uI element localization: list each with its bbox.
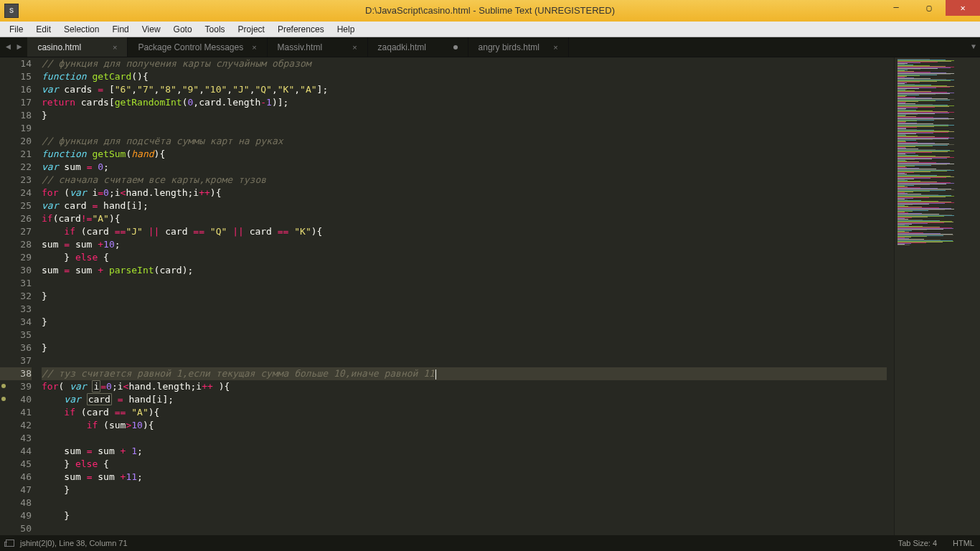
- status-tab-size[interactable]: Tab Size: 4: [898, 535, 937, 551]
- line-number[interactable]: 43: [0, 432, 32, 445]
- code-line[interactable]: [42, 354, 887, 367]
- code-line[interactable]: } else {: [42, 251, 887, 264]
- line-number[interactable]: 17: [0, 96, 32, 109]
- line-number[interactable]: 50: [0, 522, 32, 535]
- menu-view[interactable]: View: [136, 23, 167, 36]
- line-number[interactable]: 20: [0, 135, 32, 148]
- menu-selection[interactable]: Selection: [57, 23, 105, 36]
- menu-help[interactable]: Help: [331, 23, 362, 36]
- code-line[interactable]: sum = sum +11;: [42, 471, 887, 484]
- line-number[interactable]: 45: [0, 458, 32, 471]
- code-line[interactable]: }: [42, 290, 887, 303]
- code-line[interactable]: [42, 277, 887, 290]
- code-line[interactable]: [42, 329, 887, 342]
- tab-overflow-icon[interactable]: ▼: [971, 37, 976, 57]
- tab-dirty-icon[interactable]: [453, 45, 458, 50]
- code-line[interactable]: // сначала считаем все карты,кроме тузов: [42, 174, 887, 187]
- code-line[interactable]: // функция для подсчёта суммы карт на ру…: [42, 135, 887, 148]
- line-number[interactable]: 47: [0, 484, 32, 496]
- tab-zaqadki.html[interactable]: zaqadki.html: [368, 37, 468, 57]
- code-line[interactable]: if (card =="J" || card == "Q" || card ==…: [42, 225, 887, 238]
- menu-project[interactable]: Project: [232, 23, 271, 36]
- line-number[interactable]: 49: [0, 509, 32, 522]
- line-number[interactable]: 30: [0, 264, 32, 277]
- line-number[interactable]: 23: [0, 174, 32, 187]
- line-number[interactable]: 36: [0, 342, 32, 354]
- line-number-gutter[interactable]: 1415161718192021222324252627282930313233…: [0, 57, 42, 535]
- code-line[interactable]: [42, 496, 887, 509]
- code-line[interactable]: sum = sum + 1;: [42, 445, 887, 458]
- line-number[interactable]: 27: [0, 225, 32, 238]
- tab-nav-arrows[interactable]: ◄ ►: [0, 37, 27, 57]
- code-line[interactable]: if(card!="A"){: [42, 212, 887, 225]
- line-number[interactable]: 33: [0, 303, 32, 316]
- code-line[interactable]: }: [42, 342, 887, 354]
- code-line[interactable]: sum = sum +10;: [42, 238, 887, 251]
- minimap[interactable]: [894, 57, 980, 535]
- line-number[interactable]: 44: [0, 445, 32, 458]
- line-number[interactable]: 14: [0, 57, 32, 70]
- code-line[interactable]: for( var i=0;i<hand.length;i++ ){: [42, 380, 887, 393]
- code-line[interactable]: } else {: [42, 458, 887, 471]
- line-number[interactable]: 25: [0, 199, 32, 212]
- line-number[interactable]: 37: [0, 354, 32, 367]
- line-number[interactable]: 26: [0, 212, 32, 225]
- code-line[interactable]: }: [42, 484, 887, 496]
- code-area[interactable]: // функция для получения карты случайным…: [42, 57, 894, 535]
- code-line[interactable]: [42, 432, 887, 445]
- panel-switcher-icon[interactable]: [6, 540, 14, 547]
- line-number[interactable]: 28: [0, 238, 32, 251]
- minimize-button[interactable]: ─: [880, 0, 913, 16]
- code-line[interactable]: sum = sum + parseInt(card);: [42, 264, 887, 277]
- tab-massiv.html[interactable]: Massiv.html×: [268, 37, 368, 57]
- line-number[interactable]: 39: [0, 380, 32, 393]
- menu-find[interactable]: Find: [105, 23, 135, 36]
- code-line[interactable]: // функция для получения карты случайным…: [42, 57, 887, 70]
- line-number[interactable]: 31: [0, 277, 32, 290]
- line-number[interactable]: 34: [0, 316, 32, 329]
- tab-angry-birds.html[interactable]: angry birds.html×: [468, 37, 569, 57]
- code-line[interactable]: var card = hand[i];: [42, 199, 887, 212]
- line-number[interactable]: 29: [0, 251, 32, 264]
- tab-close-icon[interactable]: ×: [113, 43, 117, 52]
- code-line[interactable]: var sum = 0;: [42, 161, 887, 174]
- line-number[interactable]: 32: [0, 290, 32, 303]
- tab-package-control-messages[interactable]: Package Control Messages×: [128, 37, 267, 57]
- code-line[interactable]: var card = hand[i];: [42, 393, 887, 406]
- code-line[interactable]: if (sum>10){: [42, 419, 887, 432]
- line-number[interactable]: 19: [0, 122, 32, 135]
- line-number[interactable]: 40: [0, 393, 32, 406]
- tab-close-icon[interactable]: ×: [352, 43, 357, 52]
- code-line[interactable]: var cards = ["6","7","8","9","10","J","Q…: [42, 83, 887, 96]
- tab-casino.html[interactable]: casino.html×: [27, 37, 128, 57]
- tab-close-icon[interactable]: ×: [553, 43, 557, 52]
- line-number[interactable]: 48: [0, 496, 32, 509]
- menu-edit[interactable]: Edit: [29, 23, 57, 36]
- code-line[interactable]: [42, 122, 887, 135]
- line-number[interactable]: 24: [0, 187, 32, 199]
- line-number[interactable]: 16: [0, 83, 32, 96]
- code-line[interactable]: }: [42, 109, 887, 122]
- line-number[interactable]: 22: [0, 161, 32, 174]
- status-syntax[interactable]: HTML: [953, 535, 974, 551]
- close-button[interactable]: ✕: [946, 0, 980, 16]
- nav-back-icon[interactable]: ◄: [6, 42, 11, 52]
- code-line[interactable]: return cards[getRandomInt(0,card.length-…: [42, 96, 887, 109]
- nav-forward-icon[interactable]: ►: [17, 42, 22, 52]
- maximize-button[interactable]: ▢: [913, 0, 946, 16]
- code-line[interactable]: }: [42, 316, 887, 329]
- code-line[interactable]: // туз считается равной 1,если текущая с…: [42, 367, 887, 380]
- line-number[interactable]: 42: [0, 419, 32, 432]
- line-number[interactable]: 38: [0, 367, 32, 380]
- menu-file[interactable]: File: [3, 23, 29, 36]
- code-line[interactable]: function getSum(hand){: [42, 148, 887, 161]
- line-number[interactable]: 21: [0, 148, 32, 161]
- line-number[interactable]: 15: [0, 70, 32, 83]
- code-line[interactable]: }: [42, 509, 887, 522]
- code-line[interactable]: if (card == "A"){: [42, 406, 887, 419]
- code-line[interactable]: [42, 303, 887, 316]
- line-number[interactable]: 46: [0, 471, 32, 484]
- menu-goto[interactable]: Goto: [167, 23, 199, 36]
- menu-tools[interactable]: Tools: [199, 23, 232, 36]
- line-number[interactable]: 18: [0, 109, 32, 122]
